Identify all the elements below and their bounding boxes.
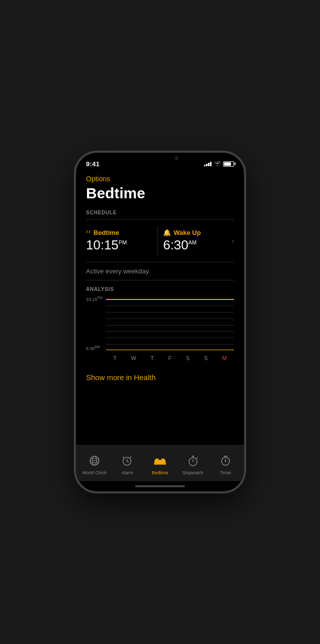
wifi-icon (214, 161, 220, 167)
signal-bars (204, 161, 212, 166)
timer-icon (220, 455, 231, 469)
tab-world-clock[interactable]: World Clock (78, 452, 111, 475)
tab-timer-label: Timer (220, 470, 232, 475)
tab-stopwatch-label: Stopwatch (182, 470, 204, 475)
phone-frame: 9:41 (75, 152, 245, 492)
screen: 9:41 (76, 153, 244, 491)
status-time: 9:41 (86, 160, 100, 168)
chart-orange-bottom (106, 350, 234, 351)
tab-bedtime[interactable]: Bedtime (144, 452, 176, 475)
tab-world-clock-label: World Clock (82, 470, 106, 475)
tab-alarm[interactable]: Alarm (111, 452, 144, 475)
grid-line-4 (106, 318, 234, 319)
tab-alarm-label: Alarm (122, 470, 134, 475)
alarm-icon (122, 455, 132, 469)
chart-day-t1: T (113, 355, 116, 361)
bedtime-tab-icon (154, 455, 166, 469)
svg-line-8 (123, 457, 124, 458)
grid-line-3 (106, 312, 234, 312)
wakeup-item: 🔔 Wake Up 6:30AM (163, 229, 230, 253)
chart-orange-top (106, 299, 234, 300)
schedule-label: SCHEDULE (86, 210, 234, 215)
tab-bar: World Clock Alarm (76, 445, 244, 481)
analysis-label: ANALYSIS (86, 286, 234, 292)
chart-grid (106, 299, 234, 351)
svg-line-9 (130, 457, 131, 458)
grid-line-8 (106, 344, 234, 345)
world-clock-icon (89, 455, 100, 469)
tab-stopwatch[interactable]: Stopwatch (176, 452, 210, 475)
chart-day-m: M (222, 355, 226, 361)
svg-rect-14 (156, 464, 157, 465)
chart-day-t2: T (150, 355, 154, 361)
bedtime-period: PM (118, 239, 127, 245)
wakeup-label-row: 🔔 Wake Up (163, 229, 230, 236)
bell-icon: 🔔 (163, 229, 171, 236)
wakeup-period: AM (188, 239, 197, 245)
tab-timer[interactable]: Timer (209, 452, 242, 475)
chart-bottom-label: 6:30AM (86, 345, 100, 351)
battery-icon (223, 161, 234, 167)
svg-rect-12 (162, 458, 165, 461)
bedtime-time: 10:15PM (86, 237, 152, 253)
svg-line-20 (196, 457, 198, 458)
grid-line-7 (106, 338, 234, 338)
schedule-row[interactable]: ᶻᶻ Bedtime 10:15PM 🔔 Wake Up 6:30AM (86, 219, 234, 262)
chart-top-label: 10:15PM (86, 296, 102, 302)
svg-point-23 (225, 460, 226, 462)
active-text: Active every weekday. (86, 262, 234, 280)
signal-bar-2 (206, 164, 208, 166)
signal-bar-3 (208, 163, 210, 166)
content-area: Options Bedtime SCHEDULE ᶻᶻ Bedtime 10:1… (76, 171, 244, 445)
signal-bar-1 (204, 165, 206, 166)
sleep-icon: ᶻᶻ (86, 229, 91, 236)
grid-line-2 (106, 305, 234, 306)
page-title: Bedtime (86, 185, 234, 202)
chart-days: T W T F S S M (106, 355, 234, 361)
svg-line-7 (127, 461, 128, 462)
svg-rect-11 (156, 458, 159, 461)
chevron-right-icon: › (232, 237, 234, 245)
show-more-health[interactable]: Show more in Health (86, 367, 234, 388)
wakeup-time-value: 6:30 (163, 237, 188, 252)
home-indicator (76, 481, 244, 491)
chart-day-s2: S (204, 355, 208, 361)
home-bar (135, 485, 185, 487)
bedtime-item: ᶻᶻ Bedtime 10:15PM (86, 229, 152, 253)
signal-bar-4 (210, 162, 212, 166)
grid-line-6 (106, 331, 234, 332)
schedule-divider (158, 226, 158, 256)
status-icons (204, 161, 234, 167)
wakeup-label: Wake Up (174, 229, 200, 236)
chart-day-w: W (131, 355, 136, 361)
battery-fill (224, 162, 231, 166)
chart-day-f: F (168, 355, 172, 361)
wakeup-time: 6:30AM (163, 237, 230, 253)
chart-area: 10:15PM 6:30AM (86, 296, 234, 361)
grid-line-5 (106, 325, 234, 326)
camera-dot (174, 156, 178, 160)
bedtime-label-row: ᶻᶻ Bedtime (86, 229, 152, 236)
notch (128, 153, 192, 165)
grid-line-9 (106, 351, 234, 351)
tab-bedtime-label: Bedtime (152, 470, 168, 475)
chart-day-s1: S (186, 355, 190, 361)
options-link[interactable]: Options (86, 175, 234, 183)
stopwatch-icon (188, 455, 198, 469)
svg-rect-15 (163, 464, 164, 465)
bedtime-label: Bedtime (94, 229, 119, 236)
bedtime-time-value: 10:15 (86, 237, 118, 252)
analysis-section: ANALYSIS 10:15PM 6:30AM (86, 286, 234, 361)
